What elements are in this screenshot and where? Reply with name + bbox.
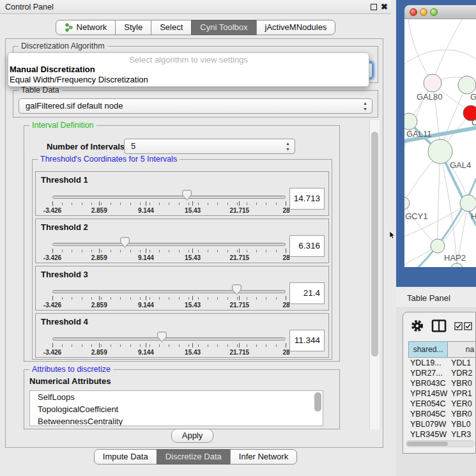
node-label-partial-c: C	[472, 118, 476, 127]
close-traffic-light-icon[interactable]	[410, 8, 417, 16]
node-label-gal4: GAL4	[450, 160, 471, 170]
node-label-partial-h: H	[471, 211, 476, 221]
table-cell[interactable]: YLR345W	[408, 429, 448, 440]
table-cell[interactable]: YER0	[448, 399, 476, 409]
thresholds-group: Threshold's Coordinates for 5 Intervals …	[32, 159, 332, 360]
tab-jactivemnodules[interactable]: jActiveMNodules	[256, 20, 336, 35]
table-cell[interactable]: YDL1	[448, 358, 476, 368]
tab-discretize-data[interactable]: Discretize Data	[157, 449, 231, 464]
threshold-slider-track[interactable]	[52, 337, 286, 341]
threshold-slider-handle[interactable]	[182, 190, 192, 201]
zoom-traffic-light-icon[interactable]	[430, 8, 438, 16]
minimize-traffic-light-icon[interactable]	[420, 8, 427, 16]
table-cell[interactable]: YLR3	[448, 429, 476, 440]
number-of-intervals-label: Number of Intervals	[47, 142, 125, 151]
table-row[interactable]: YDR27...YDR2	[408, 368, 476, 378]
threshold-value-field[interactable]: 11.344	[289, 330, 325, 351]
combo-arrows-icon: ▲▼	[363, 100, 367, 112]
table-row[interactable]: YLR345WYLR3	[408, 429, 476, 440]
table-row[interactable]: YDL19...YDL1	[408, 358, 476, 368]
dropdown-option-equal-width[interactable]: Equal Width/Frequency Discretization	[8, 75, 369, 85]
numerical-attributes-list[interactable]: SelfLoops TopologicalCoefficient Between…	[29, 390, 323, 426]
table-row[interactable]: YBL079WYBL0	[408, 419, 476, 429]
scrollbar-thumb[interactable]	[407, 441, 448, 446]
table-cell[interactable]: YDR2	[448, 368, 476, 378]
threshold-slider-track[interactable]	[52, 243, 286, 246]
list-item[interactable]: BetweennessCentrality	[30, 415, 323, 426]
threshold-value-field[interactable]: 21.4	[289, 282, 325, 304]
table-cell[interactable]: YBR043C	[408, 378, 448, 388]
dropdown-hint: Select algorithm to view settings	[8, 53, 369, 65]
table-cell[interactable]: YDR27...	[408, 368, 448, 378]
settings-vertical-scrollbar[interactable]	[369, 120, 380, 429]
dropdown-option-manual[interactable]: Manual Discretization	[8, 65, 369, 75]
list-scrollbar[interactable]	[314, 392, 321, 411]
list-item[interactable]: TopologicalCoefficient	[30, 403, 323, 415]
table-cell[interactable]: YDL19...	[408, 358, 448, 368]
table-cell[interactable]: YBR045C	[408, 409, 448, 419]
table-cell[interactable]: YBL0	[448, 419, 476, 429]
threshold-label: Threshold 4	[41, 317, 88, 326]
tab-label: Infer Network	[239, 450, 288, 464]
network-canvas[interactable]: GAL80 G GAL11 C GAL4 GCY1 H HAP2	[404, 19, 476, 267]
tab-label: Cyni Toolbox	[200, 20, 247, 35]
tick-label: 28	[282, 349, 289, 356]
node-partial-top-right[interactable]	[458, 76, 476, 94]
threshold-slider-track[interactable]	[52, 290, 286, 293]
column-header-name[interactable]: na	[448, 341, 476, 358]
table-data-combobox[interactable]: galFiltered.sif default node ▲▼	[19, 98, 372, 114]
threshold-slider-track[interactable]	[52, 196, 286, 199]
table-cell[interactable]: YBL079W	[408, 419, 448, 429]
threshold-label: Threshold 3	[41, 270, 88, 279]
table-row[interactable]: YBR043CYBR0	[408, 378, 476, 388]
tab-impute-data[interactable]: Impute Data	[94, 449, 157, 464]
gear-icon[interactable]	[411, 319, 424, 332]
tick-label: 21.715	[230, 302, 250, 309]
node-gal80[interactable]	[424, 74, 441, 92]
node-gal4[interactable]	[428, 139, 452, 164]
tab-network[interactable]: Network	[56, 20, 116, 35]
node-gcy1[interactable]	[404, 197, 410, 210]
close-icon[interactable]: ✖	[381, 2, 388, 12]
slider-tick-labels: -3.4262.8599.14415.4321.71528	[52, 254, 286, 262]
column-layout-icon[interactable]	[431, 319, 447, 332]
table-cell[interactable]: YBR0	[448, 409, 476, 419]
table-row[interactable]: YER054CYER0	[408, 399, 476, 409]
tick-label: -3.426	[43, 207, 61, 214]
numerical-attributes-label: Numerical Attributes	[29, 376, 111, 386]
table-cell[interactable]: YPR145W	[408, 388, 448, 399]
node-hap2[interactable]	[431, 239, 445, 253]
checkbox-checked-icon[interactable]	[464, 322, 472, 330]
slider-ticks	[52, 343, 286, 348]
network-view-window: GAL80 G GAL11 C GAL4 GCY1 H HAP2	[396, 0, 476, 287]
checkbox-checked-icon[interactable]	[454, 322, 463, 330]
threshold-value-field[interactable]: 14.713	[289, 188, 325, 210]
node-partial-bottom[interactable]	[450, 263, 463, 267]
threshold-slider-handle[interactable]	[232, 284, 242, 295]
table-row[interactable]: YPR145WYPR1	[408, 388, 476, 399]
control-panel-titlebar: Control Panel ✖	[0, 0, 391, 14]
table-cell[interactable]: YPR1	[448, 388, 476, 399]
tick-label: -3.426	[43, 254, 61, 261]
tab-style[interactable]: Style	[115, 20, 151, 35]
threshold-value-field[interactable]: 6.316	[289, 235, 325, 257]
slider-ticks	[52, 296, 286, 301]
table-horizontal-scrollbar[interactable]	[406, 440, 475, 447]
table-cell[interactable]: YER054C	[408, 399, 448, 409]
node-h-partial[interactable]	[460, 195, 476, 211]
tab-infer-network[interactable]: Infer Network	[230, 449, 297, 464]
table-cell[interactable]: YBR0	[448, 378, 476, 388]
tab-cyni-toolbox[interactable]: Cyni Toolbox	[191, 20, 256, 35]
threshold-slider-handle[interactable]	[157, 332, 167, 342]
apply-button[interactable]: Apply	[171, 429, 213, 443]
tab-select[interactable]: Select	[151, 20, 192, 35]
threshold-slider-handle[interactable]	[120, 237, 130, 248]
table-row[interactable]: YBR045CYBR0	[408, 409, 476, 419]
column-header-shared-name[interactable]: shared...	[408, 341, 448, 358]
float-window-icon[interactable]	[371, 4, 377, 10]
list-item[interactable]: SelfLoops	[30, 391, 323, 403]
scrollbar-thumb[interactable]	[371, 132, 378, 357]
tick-label: -3.426	[43, 302, 61, 309]
number-of-intervals-combobox[interactable]: 5 ▲▼	[124, 139, 295, 154]
group-title: Interval Definition	[29, 121, 96, 130]
